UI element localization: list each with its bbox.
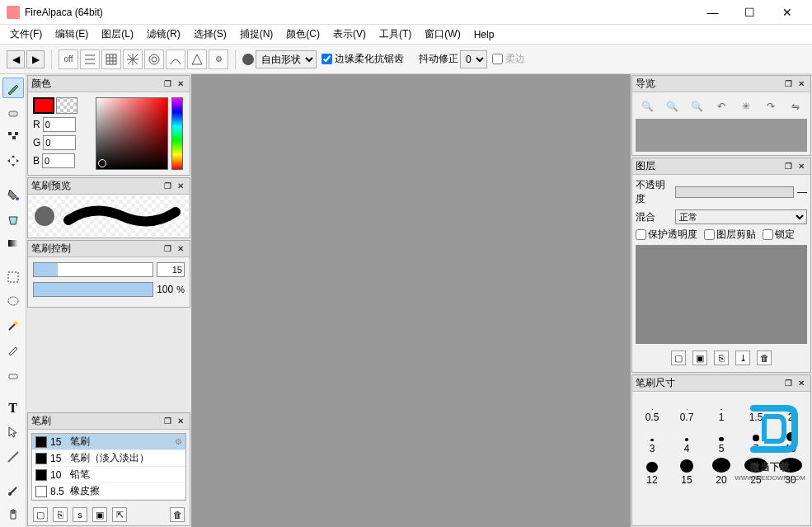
close-button[interactable]: ✕ bbox=[768, 1, 805, 24]
soft-checkbox[interactable] bbox=[492, 54, 503, 64]
magic-wand-tool[interactable] bbox=[2, 315, 24, 336]
new-folder-button[interactable]: ▣ bbox=[692, 351, 707, 365]
merge-layer-button[interactable]: ⤓ bbox=[735, 351, 750, 365]
fill-tool[interactable] bbox=[2, 184, 24, 205]
delete-brush-button[interactable]: 🗑 bbox=[170, 507, 185, 522]
new-brush-button[interactable]: ▢ bbox=[33, 507, 48, 522]
brush-size-cell[interactable]: 1 bbox=[705, 395, 738, 425]
brush-list-item[interactable]: 15笔刷⚙ bbox=[32, 434, 185, 450]
foreground-color-swatch[interactable] bbox=[33, 97, 54, 114]
panel-undock-icon[interactable]: ❐ bbox=[162, 243, 173, 255]
menu-view[interactable]: 表示(V) bbox=[326, 25, 373, 44]
shape-select[interactable]: 自由形状 bbox=[256, 50, 317, 68]
brush-tool[interactable] bbox=[2, 78, 24, 98]
brush-list-item[interactable]: 8.5橡皮擦 bbox=[32, 483, 185, 500]
hue-slider[interactable] bbox=[171, 97, 183, 170]
rotate-reset-icon[interactable]: ✳ bbox=[739, 99, 753, 114]
menu-help[interactable]: Help bbox=[467, 26, 501, 43]
jitter-select[interactable]: 0 bbox=[460, 50, 487, 68]
select-eraser-tool[interactable] bbox=[2, 364, 24, 384]
menu-color[interactable]: 颜色(C) bbox=[279, 25, 326, 44]
snap-radial-button[interactable] bbox=[123, 49, 143, 69]
maximize-button[interactable]: ☐ bbox=[731, 1, 768, 24]
brush-size-input[interactable] bbox=[157, 262, 185, 277]
menu-layer[interactable]: 图层(L) bbox=[95, 25, 140, 44]
g-input[interactable] bbox=[43, 135, 76, 150]
menu-edit[interactable]: 编辑(E) bbox=[49, 25, 95, 44]
panel-close-icon[interactable]: ✕ bbox=[796, 161, 807, 172]
brush-size-cell[interactable]: 0.5 bbox=[636, 395, 669, 425]
duplicate-brush-button[interactable]: ⎘ bbox=[53, 507, 68, 522]
brush-size-cell[interactable]: 12 bbox=[636, 458, 669, 487]
move-tool[interactable] bbox=[2, 150, 24, 171]
eraser-tool[interactable] bbox=[2, 101, 24, 122]
canvas-area[interactable] bbox=[191, 74, 631, 527]
brush-size-cell[interactable]: 4 bbox=[670, 426, 703, 456]
brush-opacity-slider[interactable] bbox=[33, 282, 153, 297]
snap-off-button[interactable]: off bbox=[59, 49, 78, 69]
panel-close-icon[interactable]: ✕ bbox=[796, 378, 807, 389]
select-pen-tool[interactable] bbox=[2, 340, 24, 360]
brush-list-item[interactable]: 15笔刷（淡入淡出） bbox=[32, 450, 185, 467]
zoom-in-icon[interactable]: 🔍 bbox=[640, 99, 655, 114]
panel-close-icon[interactable]: ✕ bbox=[175, 78, 186, 90]
divide-tool[interactable] bbox=[2, 446, 24, 467]
minimize-button[interactable]: — bbox=[694, 1, 731, 24]
snap-circle-button[interactable] bbox=[144, 49, 164, 69]
snap-vanish-button[interactable] bbox=[187, 49, 207, 69]
rotate-left-icon[interactable]: ↶ bbox=[714, 99, 729, 114]
duplicate-layer-button[interactable]: ⎘ bbox=[714, 351, 729, 365]
color-picker[interactable] bbox=[96, 97, 168, 170]
flip-icon[interactable]: ⇋ bbox=[788, 99, 803, 114]
brush-size-cell[interactable]: 10 bbox=[774, 426, 807, 456]
menu-select[interactable]: 选择(S) bbox=[187, 25, 233, 44]
layer-list[interactable] bbox=[636, 245, 807, 344]
antialias-checkbox[interactable] bbox=[322, 54, 332, 64]
menu-snap[interactable]: 捕捉(N) bbox=[233, 25, 280, 44]
rotate-right-icon[interactable]: ↷ bbox=[763, 99, 778, 114]
layer-opacity-slider[interactable] bbox=[675, 186, 794, 198]
b-input[interactable] bbox=[42, 153, 75, 168]
lock-checkbox[interactable]: 锁定 bbox=[763, 228, 795, 242]
nav-prev-button[interactable]: ◀ bbox=[7, 50, 25, 68]
dot-tool[interactable] bbox=[2, 126, 24, 147]
protect-alpha-checkbox[interactable]: 保护透明度 bbox=[636, 228, 697, 242]
brush-size-cell[interactable]: 25 bbox=[739, 458, 772, 487]
gear-icon[interactable]: ⚙ bbox=[175, 437, 182, 446]
brush-folder-button[interactable]: ▣ bbox=[92, 507, 107, 522]
panel-undock-icon[interactable]: ❐ bbox=[162, 78, 173, 90]
gradient-tool[interactable] bbox=[2, 233, 24, 253]
nav-next-button[interactable]: ▶ bbox=[26, 50, 45, 68]
antialias-checkbox-label[interactable]: 边缘柔化抗锯齿 bbox=[322, 52, 404, 66]
pointer-tool[interactable] bbox=[2, 422, 24, 443]
soft-checkbox-label[interactable]: 柔边 bbox=[492, 52, 525, 66]
new-layer-button[interactable]: ▢ bbox=[671, 351, 686, 365]
brush-size-cell[interactable]: 30 bbox=[774, 458, 807, 487]
brush-size-cell[interactable]: 20 bbox=[705, 458, 738, 487]
brush-import-button[interactable]: ⇱ bbox=[112, 507, 127, 522]
navigator-preview[interactable] bbox=[636, 119, 807, 152]
menu-filter[interactable]: 滤镜(R) bbox=[140, 25, 187, 44]
brush-size-slider[interactable] bbox=[33, 262, 153, 277]
panel-close-icon[interactable]: ✕ bbox=[175, 181, 186, 192]
zoom-out-icon[interactable]: 🔍 bbox=[664, 99, 679, 114]
hand-tool[interactable] bbox=[2, 505, 24, 525]
panel-undock-icon[interactable]: ❐ bbox=[782, 161, 794, 172]
menu-file[interactable]: 文件(F) bbox=[3, 25, 49, 44]
select-rect-tool[interactable] bbox=[2, 266, 24, 287]
text-tool[interactable]: T bbox=[2, 398, 24, 418]
panel-close-icon[interactable]: ✕ bbox=[175, 243, 186, 255]
blend-mode-select[interactable]: 正常 bbox=[675, 209, 807, 224]
panel-undock-icon[interactable]: ❐ bbox=[162, 181, 173, 192]
brush-list[interactable]: 15笔刷⚙15笔刷（淡入淡出）10铅笔8.5橡皮擦 bbox=[31, 433, 186, 501]
menu-tool[interactable]: 工具(T) bbox=[373, 25, 418, 44]
delete-layer-button[interactable]: 🗑 bbox=[757, 351, 772, 365]
zoom-fit-icon[interactable]: 🔍 bbox=[689, 99, 704, 114]
menu-window[interactable]: 窗口(W) bbox=[418, 25, 467, 44]
brush-size-cell[interactable]: 3 bbox=[636, 426, 669, 456]
lasso-tool[interactable] bbox=[2, 291, 24, 312]
brush-list-item[interactable]: 10铅笔 bbox=[32, 467, 185, 483]
brush-size-cell[interactable]: 7 bbox=[739, 426, 772, 456]
brush-size-cell[interactable]: 2 bbox=[774, 395, 807, 425]
r-input[interactable] bbox=[43, 117, 76, 132]
